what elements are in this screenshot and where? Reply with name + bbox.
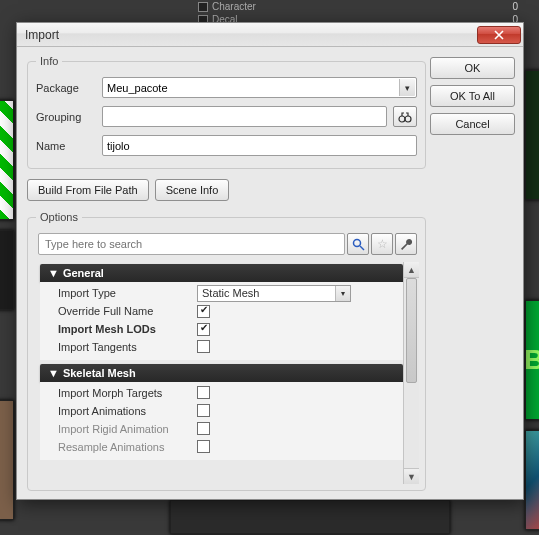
property-value <box>195 322 403 336</box>
chevron-down-icon: ▼ <box>48 367 59 379</box>
svg-point-2 <box>353 239 360 246</box>
property-grid: Import TypeStatic Mesh▾Override Full Nam… <box>40 282 403 360</box>
import-type-combo[interactable]: Static Mesh▾ <box>197 285 351 302</box>
property-row: Override Full Name <box>40 302 403 320</box>
property-checkbox[interactable] <box>197 386 210 399</box>
package-combo[interactable]: ▾ <box>102 77 417 98</box>
group-header[interactable]: ▼General <box>40 264 403 282</box>
property-label: Import Morph Targets <box>40 387 195 399</box>
property-checkbox[interactable] <box>197 404 210 417</box>
cancel-button[interactable]: Cancel <box>430 113 515 135</box>
package-label: Package <box>36 82 96 94</box>
property-label: Import Type <box>40 287 195 299</box>
property-value <box>195 340 403 355</box>
property-row: Import Tangents <box>40 338 403 356</box>
options-vertical-scrollbar[interactable]: ▲ ▼ <box>403 262 419 484</box>
ok-button[interactable]: OK <box>430 57 515 79</box>
chevron-down-icon: ▼ <box>48 267 59 279</box>
search-button[interactable] <box>347 233 369 255</box>
bg-check-label: Character <box>212 1 256 12</box>
property-value <box>195 304 403 318</box>
property-row: Import Animations <box>40 402 403 420</box>
star-icon: ☆ <box>377 237 388 251</box>
property-label: Import Mesh LODs <box>40 323 195 335</box>
options-scroll-area: ▼GeneralImport TypeStatic Mesh▾Override … <box>36 262 419 484</box>
binoculars-icon <box>398 111 412 123</box>
group-header[interactable]: ▼Skeletal Mesh <box>40 364 403 382</box>
package-input[interactable] <box>102 77 417 98</box>
info-legend: Info <box>36 55 62 67</box>
scene-info-button[interactable]: Scene Info <box>155 179 230 201</box>
window-title: Import <box>25 28 59 42</box>
window-close-button[interactable] <box>477 26 521 44</box>
wrench-icon <box>400 238 413 251</box>
property-row: Import Rigid Animation <box>40 420 403 438</box>
property-label: Import Tangents <box>40 341 195 353</box>
browse-group-button[interactable] <box>393 106 417 127</box>
chevron-down-icon[interactable]: ▾ <box>335 286 350 301</box>
property-row: Resample Animations <box>40 438 403 456</box>
settings-tools-button[interactable] <box>395 233 417 255</box>
property-label: Override Full Name <box>40 305 195 317</box>
build-from-file-path-button[interactable]: Build From File Path <box>27 179 149 201</box>
info-fieldset: Info Package ▾ Grouping <box>27 55 426 169</box>
svg-point-0 <box>399 116 405 122</box>
group-title: Skeletal Mesh <box>63 367 136 379</box>
property-row: Import TypeStatic Mesh▾ <box>40 284 403 302</box>
property-checkbox[interactable] <box>197 340 210 353</box>
scrollbar-thumb[interactable] <box>406 278 417 383</box>
property-label: Import Animations <box>40 405 195 417</box>
svg-point-1 <box>405 116 411 122</box>
checkbox-icon <box>198 2 208 12</box>
property-checkbox[interactable] <box>197 305 210 318</box>
property-value: Static Mesh▾ <box>195 285 403 302</box>
property-label: Import Rigid Animation <box>40 423 195 435</box>
property-checkbox[interactable] <box>197 323 210 336</box>
bg-check-row: Character 0 <box>198 0 518 13</box>
name-label: Name <box>36 140 96 152</box>
property-value <box>195 386 403 401</box>
property-grid: Import Morph TargetsImport AnimationsImp… <box>40 382 403 460</box>
scroll-down-arrow[interactable]: ▼ <box>404 468 419 484</box>
import-dialog: Import Info Package ▾ Grouping <box>16 22 524 500</box>
property-row: Import Mesh LODs <box>40 320 403 338</box>
close-icon <box>494 30 504 40</box>
bg-count: 0 <box>512 1 518 12</box>
scroll-up-arrow[interactable]: ▲ <box>404 262 419 278</box>
property-checkbox[interactable] <box>197 422 210 435</box>
grouping-label: Grouping <box>36 111 96 123</box>
favorite-button[interactable]: ☆ <box>371 233 393 255</box>
titlebar[interactable]: Import <box>17 23 523 47</box>
ok-to-all-button[interactable]: OK To All <box>430 85 515 107</box>
property-label: Resample Animations <box>40 441 195 453</box>
property-checkbox[interactable] <box>197 440 210 453</box>
options-search-input[interactable] <box>38 233 345 255</box>
search-icon <box>352 238 365 251</box>
property-value <box>195 440 403 455</box>
property-row: Import Morph Targets <box>40 384 403 402</box>
property-value <box>195 422 403 437</box>
chevron-down-icon[interactable]: ▾ <box>399 79 415 96</box>
name-input[interactable] <box>102 135 417 156</box>
property-value <box>195 404 403 419</box>
options-fieldset: Options ☆ ▼GeneralImport TypeStat <box>27 211 426 491</box>
combo-value: Static Mesh <box>202 287 259 299</box>
group-title: General <box>63 267 104 279</box>
options-legend: Options <box>36 211 82 223</box>
grouping-input[interactable] <box>102 106 387 127</box>
